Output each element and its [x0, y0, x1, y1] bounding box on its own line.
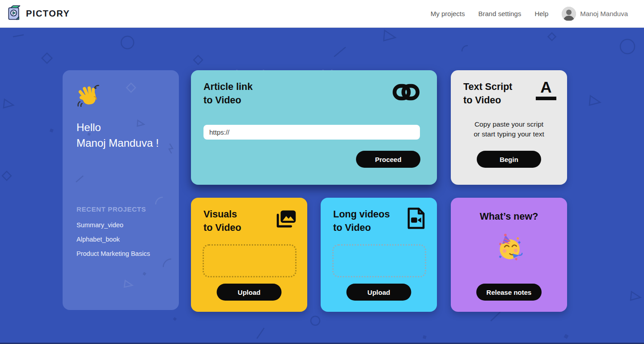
article-link-card-title: Article link to Video — [203, 80, 253, 107]
long-videos-drop-zone[interactable] — [332, 244, 426, 277]
main-content: What is your video usecase? — [0, 28, 644, 344]
visuals-title-line2: to Video — [203, 221, 241, 234]
party-face-icon — [495, 233, 523, 261]
welcome-card: Hello Manoj Manduva ! RECENT PROJECTS Su… — [63, 70, 179, 310]
link-icon — [392, 83, 420, 103]
top-navbar: PICTORY My projects Brand settings Help … — [0, 0, 644, 28]
recent-project-item[interactable]: Summary_video — [76, 218, 150, 232]
greeting-line2: Manoj Manduva ! — [76, 135, 159, 151]
article-link-card[interactable]: Article link to Video Proceed — [191, 70, 437, 185]
visuals-card-title: Visuals to Video — [203, 208, 241, 234]
nav-link-brand-settings[interactable]: Brand settings — [479, 10, 521, 17]
text-script-card[interactable]: Text Script to Video A Copy paste your s… — [451, 70, 567, 185]
user-avatar — [562, 7, 576, 21]
pictory-play-book-logo-icon — [6, 4, 21, 23]
visuals-title-line1: Visuals — [203, 208, 241, 221]
user-menu[interactable]: Manoj Manduva — [562, 7, 628, 21]
text-script-title-line2: to Video — [463, 93, 513, 107]
image-stack-icon — [274, 208, 297, 232]
video-file-icon — [406, 207, 426, 232]
article-link-title-line1: Article link — [203, 80, 253, 93]
proceed-button[interactable]: Proceed — [356, 151, 420, 168]
recent-projects-heading: RECENT PROJECTS — [76, 205, 146, 213]
whats-new-card[interactable]: What’s new? Release notes — [451, 198, 567, 312]
long-videos-card[interactable]: Long videos to Video Upload — [321, 198, 437, 312]
release-notes-button[interactable]: Release notes — [476, 284, 542, 301]
brand-name: PICTORY — [26, 8, 70, 19]
visuals-upload-button[interactable]: Upload — [217, 284, 282, 301]
begin-button[interactable]: Begin — [477, 151, 541, 168]
text-script-description-line2: or start typing your text — [451, 129, 567, 139]
visuals-card[interactable]: Visuals to Video Upload — [191, 198, 307, 312]
whats-new-title: What’s new? — [451, 211, 567, 222]
visuals-drop-zone[interactable] — [203, 244, 297, 277]
nav-link-my-projects[interactable]: My projects — [431, 10, 465, 17]
long-videos-card-title: Long videos to Video — [333, 208, 390, 234]
text-script-title-line1: Text Script — [463, 80, 513, 93]
text-script-description-line1: Copy paste your script — [451, 119, 567, 129]
long-videos-title-line2: to Video — [333, 221, 390, 234]
pictory-logo[interactable]: PICTORY — [6, 4, 70, 23]
recent-projects-list: Summary_video Alphabet_book Product Mark… — [76, 218, 150, 261]
long-videos-title-line1: Long videos — [333, 208, 390, 221]
user-name: Manoj Manduva — [580, 10, 628, 17]
text-underline-icon: A — [536, 79, 556, 100]
text-script-card-title: Text Script to Video — [463, 80, 513, 107]
greeting-line1: Hello — [76, 119, 159, 135]
nav-link-help[interactable]: Help — [534, 10, 548, 17]
greeting: Hello Manoj Manduva ! — [76, 119, 159, 151]
text-icon-underline — [536, 97, 556, 100]
text-icon-letter: A — [536, 79, 556, 95]
waving-hand-icon — [76, 84, 102, 110]
article-link-title-line2: to Video — [203, 93, 253, 107]
text-script-description: Copy paste your script or start typing y… — [451, 119, 567, 139]
article-url-input[interactable] — [203, 125, 420, 140]
recent-project-item[interactable]: Alphabet_book — [76, 232, 150, 246]
long-videos-upload-button[interactable]: Upload — [347, 284, 411, 301]
recent-project-item[interactable]: Product Marketing Basics — [76, 246, 150, 261]
